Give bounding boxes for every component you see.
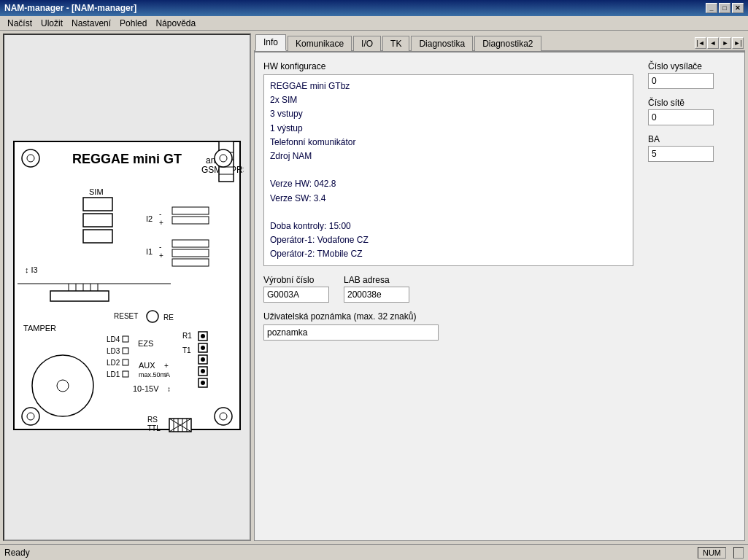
ba-input[interactable] [648, 146, 714, 162]
svg-text:LD1: LD1 [107, 370, 120, 378]
svg-text:RE: RE [163, 314, 174, 322]
app-title: NAM-manager - [NAM-manager] [4, 3, 136, 13]
svg-point-12 [220, 155, 227, 162]
hw-konfigurace-section: HW konfigurace REGGAE mini GTbz 2x SIM 3… [263, 61, 633, 266]
menu-napoveda[interactable]: Nápověda [151, 17, 200, 30]
svg-point-72 [57, 380, 69, 392]
note-section: Uživatelská poznámka (max. 32 znaků) [263, 311, 633, 341]
ba-label: BA [648, 134, 736, 144]
close-button[interactable]: ✕ [732, 3, 744, 13]
svg-rect-30 [172, 240, 209, 247]
device-diagram-panel: REGGAE mini GT anténa GSM/GPRS SIM [3, 34, 251, 541]
extra-indicator [733, 547, 744, 559]
cislo-site-input[interactable] [648, 109, 714, 125]
tab-diagnostika[interactable]: Diagnostika [411, 36, 473, 51]
hw-line-11: Operátor-2: TMobile CZ [270, 247, 627, 261]
num-indicator: NUM [698, 547, 726, 559]
vyrobni-cislo-group: Výrobní číslo [263, 275, 329, 303]
status-text: Ready [4, 548, 698, 558]
minimize-button[interactable]: _ [706, 3, 717, 13]
svg-rect-18 [83, 198, 112, 211]
svg-text:LD4: LD4 [107, 335, 120, 343]
svg-text:+: + [164, 362, 169, 370]
vyrobni-cislo-label: Výrobní číslo [263, 275, 329, 285]
svg-rect-25 [172, 217, 209, 224]
svg-rect-49 [123, 359, 128, 365]
svg-rect-19 [83, 214, 112, 227]
hw-line-9: Doba kontroly: 15:00 [270, 219, 627, 233]
svg-text:T1: T1 [182, 346, 191, 354]
vyrobni-cislo-input[interactable] [263, 287, 329, 303]
svg-text:I2: I2 [146, 214, 153, 223]
svg-text:AUX: AUX [139, 361, 155, 370]
tab-left-section: HW konfigurace REGGAE mini GTbz 2x SIM 3… [263, 61, 633, 532]
menu-nastaveni[interactable]: Nastavení [67, 17, 115, 30]
tab-first-button[interactable]: |◄ [695, 37, 706, 49]
tab-last-button[interactable]: ►| [732, 37, 744, 49]
tab-prev-button[interactable]: ◄ [707, 37, 719, 49]
svg-rect-51 [123, 371, 128, 377]
svg-text:TTL: TTL [147, 424, 161, 432]
svg-point-64 [201, 381, 205, 385]
svg-point-42 [147, 311, 158, 322]
svg-point-14 [27, 413, 34, 420]
hw-line-3: 3 vstupy [270, 107, 627, 121]
tab-content-info: HW konfigurace REGGAE mini GTbz 2x SIM 3… [254, 52, 745, 541]
tab-komunikace[interactable]: Komunikace [288, 36, 352, 51]
svg-text:RS: RS [147, 416, 158, 424]
status-right: NUM [698, 547, 744, 559]
svg-point-62 [201, 369, 205, 373]
main-area: REGGAE mini GT anténa GSM/GPRS SIM [0, 31, 748, 544]
tab-diagnostika2[interactable]: Diagnostika2 [474, 36, 541, 51]
svg-point-56 [201, 334, 205, 338]
svg-text:+: + [159, 252, 163, 260]
hw-konfigurace-box: REGGAE mini GTbz 2x SIM 3 vstupy 1 výstu… [263, 74, 633, 266]
device-svg: REGGAE mini GT anténa GSM/GPRS SIM [10, 138, 244, 437]
hw-line-space1 [270, 163, 627, 177]
hw-line-2: 2x SIM [270, 93, 627, 107]
maximize-button[interactable]: □ [719, 3, 730, 13]
hw-konfigurace-label: HW konfigurace [263, 61, 633, 71]
svg-rect-24 [172, 207, 209, 214]
svg-text:10-15V: 10-15V [133, 384, 159, 393]
hw-line-6: Zdroj NAM [270, 149, 627, 163]
svg-rect-31 [172, 249, 209, 257]
svg-point-58 [201, 346, 205, 350]
svg-text:↕: ↕ [164, 370, 168, 378]
svg-text:R1: R1 [182, 332, 192, 340]
svg-text:↕ I3: ↕ I3 [25, 265, 38, 274]
svg-text:REGGAE mini GT: REGGAE mini GT [72, 152, 182, 166]
ba-group: BA [648, 134, 736, 162]
tab-info[interactable]: Info [255, 34, 286, 51]
svg-rect-45 [123, 336, 128, 342]
menu-nacist[interactable]: Načíst [3, 17, 36, 30]
hw-line-space2 [270, 206, 627, 219]
menu-bar: Načíst Uložit Nastavení Pohled Nápověda [0, 16, 748, 31]
svg-rect-20 [83, 230, 112, 243]
svg-text:↕: ↕ [167, 385, 171, 393]
cislo-site-group: Číslo sítě [648, 98, 736, 125]
svg-text:-: - [159, 243, 161, 251]
tab-tk[interactable]: TK [382, 36, 409, 51]
svg-text:EZS: EZS [138, 339, 153, 348]
svg-text:I1: I1 [146, 247, 153, 256]
lab-adresa-input[interactable] [344, 287, 409, 303]
cislo-vysilace-input[interactable] [648, 73, 714, 89]
svg-text:+: + [159, 219, 163, 227]
menu-pohled[interactable]: Pohled [115, 17, 151, 30]
hw-line-10: Operátor-1: Vodafone CZ [270, 233, 627, 247]
menu-ulozit[interactable]: Uložit [36, 17, 67, 30]
svg-rect-47 [123, 348, 128, 354]
note-input[interactable] [263, 324, 439, 341]
tab-io[interactable]: I/O [353, 36, 381, 51]
svg-text:SIM: SIM [89, 187, 104, 196]
svg-text:-: - [159, 210, 161, 218]
hw-line-8: Verze SW: 3.4 [270, 192, 627, 206]
window-controls: _ □ ✕ [706, 3, 744, 13]
status-bar: Ready NUM [0, 544, 748, 560]
svg-text:LD3: LD3 [107, 347, 120, 355]
svg-rect-32 [172, 259, 209, 266]
lab-adresa-group: LAB adresa [344, 275, 409, 303]
tab-next-button[interactable]: ► [720, 37, 731, 49]
hw-line-1: REGGAE mini GTbz [270, 79, 627, 93]
